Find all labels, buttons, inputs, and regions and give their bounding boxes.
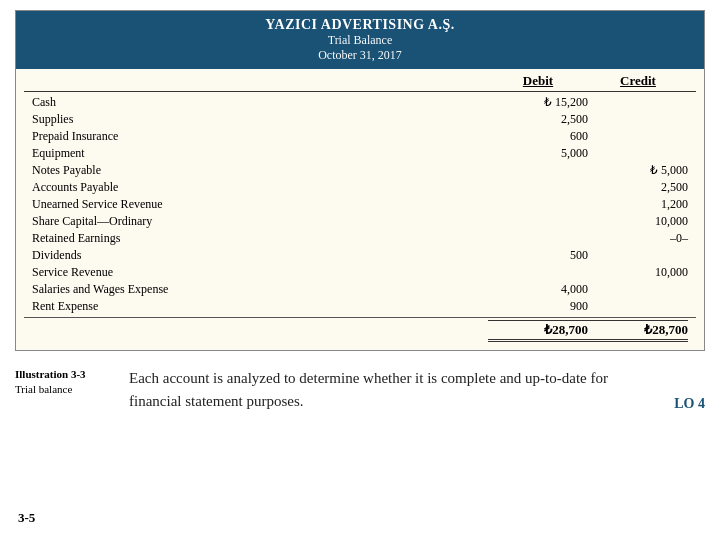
table-content: Debit Credit Cash ₺ 15,200 Supplies 2,50… bbox=[16, 69, 704, 350]
table-row: Share Capital—Ordinary 10,000 bbox=[24, 213, 696, 230]
table-row: Equipment 5,000 bbox=[24, 145, 696, 162]
debit-header: Debit bbox=[488, 73, 588, 89]
table-row: Salaries and Wages Expense 4,000 bbox=[24, 281, 696, 298]
table-row: Notes Payable ₺ 5,000 bbox=[24, 162, 696, 179]
page-container: YAZICI ADVERTISING A.Ş. Trial Balance Oc… bbox=[0, 0, 720, 540]
table-title: Trial Balance bbox=[20, 33, 700, 48]
table-row: Dividends 500 bbox=[24, 247, 696, 264]
table-row: Cash ₺ 15,200 bbox=[24, 94, 696, 111]
illustration-label: Illustration 3-3 Trial balance bbox=[15, 367, 115, 398]
table-row: Prepaid Insurance 600 bbox=[24, 128, 696, 145]
bottom-section: Illustration 3-3 Trial balance Each acco… bbox=[15, 367, 705, 412]
company-name: YAZICI ADVERTISING A.Ş. bbox=[20, 17, 700, 33]
lo-badge: LO 4 bbox=[674, 396, 705, 412]
column-headers: Debit Credit bbox=[24, 73, 696, 92]
description-text: Each account is analyzed to determine wh… bbox=[129, 367, 660, 412]
table-row: Accounts Payable 2,500 bbox=[24, 179, 696, 196]
table-row: Retained Earnings –0– bbox=[24, 230, 696, 247]
table-date: October 31, 2017 bbox=[20, 48, 700, 63]
table-row: Unearned Service Revenue 1,200 bbox=[24, 196, 696, 213]
table-row: Service Revenue 10,000 bbox=[24, 264, 696, 281]
trial-balance-table: YAZICI ADVERTISING A.Ş. Trial Balance Oc… bbox=[15, 10, 705, 351]
page-number: 3-5 bbox=[18, 510, 35, 526]
total-credit: ₺28,700 bbox=[588, 320, 688, 342]
table-row: Rent Expense 900 bbox=[24, 298, 696, 315]
account-rows: Cash ₺ 15,200 Supplies 2,500 Prepaid Ins… bbox=[24, 94, 696, 315]
table-header: YAZICI ADVERTISING A.Ş. Trial Balance Oc… bbox=[16, 11, 704, 69]
credit-header: Credit bbox=[588, 73, 688, 89]
totals-row: ₺28,700 ₺28,700 bbox=[24, 317, 696, 344]
table-row: Supplies 2,500 bbox=[24, 111, 696, 128]
total-debit: ₺28,700 bbox=[488, 320, 588, 342]
